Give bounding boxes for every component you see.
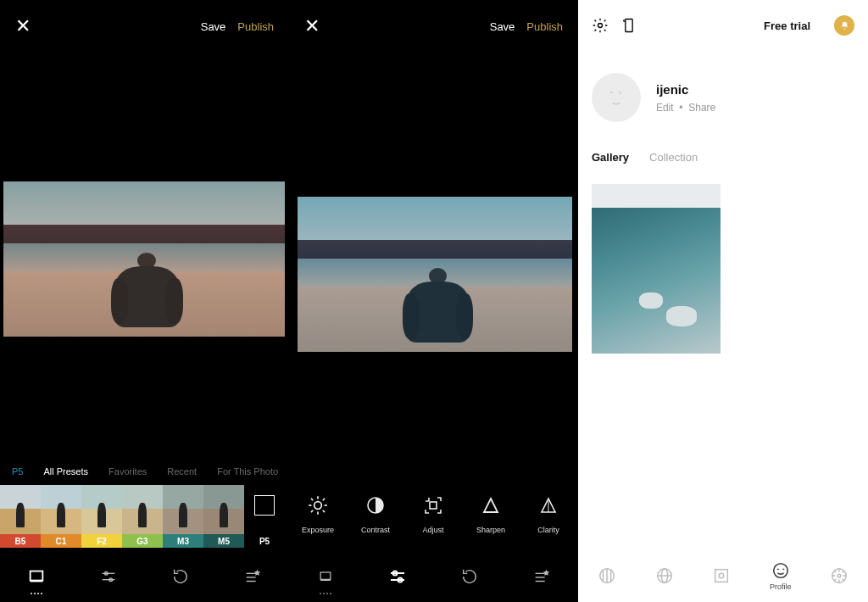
close-button[interactable]: ✕ — [15, 15, 31, 37]
adjust-label: Exposure — [302, 526, 334, 534]
edit-profile-link[interactable]: Edit — [656, 102, 674, 114]
preset-g3[interactable]: G3 — [122, 485, 163, 548]
close-button[interactable]: ✕ — [304, 15, 320, 37]
svg-line-48 — [834, 571, 836, 572]
svg-rect-19 — [430, 502, 437, 509]
svg-rect-21 — [320, 572, 331, 579]
share-profile-link[interactable]: Share — [688, 102, 715, 114]
username: ijenic — [656, 82, 715, 97]
adjust-label: Clarity — [537, 526, 559, 534]
avatar[interactable] — [592, 73, 641, 122]
preset-f2[interactable]: F2 — [81, 485, 122, 548]
profile-tabs: Gallery Collection — [578, 141, 868, 170]
svg-line-16 — [311, 510, 313, 512]
nav-profile-icon[interactable]: Profile — [770, 561, 792, 591]
save-button[interactable]: Save — [490, 20, 515, 33]
nav-feed-icon[interactable] — [598, 566, 616, 585]
svg-rect-39 — [715, 570, 728, 582]
save-button[interactable]: Save — [201, 20, 226, 33]
adjust-adjust[interactable]: Adjust — [404, 493, 462, 534]
clarity-icon — [537, 493, 560, 517]
nav-profile-label: Profile — [770, 582, 792, 591]
nav-sliders-icon[interactable] — [387, 566, 409, 588]
adjust-exposure[interactable]: Exposure — [289, 493, 347, 534]
settings-gear-icon[interactable] — [592, 17, 609, 34]
svg-point-9 — [314, 502, 322, 510]
exposure-icon — [306, 493, 330, 517]
editor-bottom-nav — [0, 551, 289, 602]
editor-bottom-nav — [289, 551, 578, 602]
nav-sliders-icon[interactable] — [97, 566, 120, 588]
notifications-bell-icon[interactable] — [834, 15, 854, 36]
preset-p5[interactable]: P5 — [244, 485, 285, 548]
svg-rect-31 — [626, 20, 632, 32]
preset-b5[interactable]: B5 — [0, 485, 41, 548]
adjust-icon — [421, 493, 445, 517]
gallery-grid — [578, 170, 868, 367]
tab-gallery[interactable]: Gallery — [592, 151, 629, 170]
publish-button[interactable]: Publish — [237, 20, 274, 33]
profile-header: ijenic Edit • Share — [578, 51, 868, 141]
photo-preview[interactable] — [298, 197, 572, 352]
preset-m3[interactable]: M3 — [163, 485, 203, 548]
sharpen-icon — [479, 493, 503, 517]
svg-line-51 — [843, 571, 844, 572]
user-actions: Edit • Share — [656, 102, 715, 114]
adjust-contrast[interactable]: Contrast — [347, 493, 404, 534]
adjust-sharpen[interactable]: Sharpen — [462, 493, 520, 534]
publish-button[interactable]: Publish — [526, 20, 563, 33]
free-trial-button[interactable]: Free trial — [764, 20, 810, 32]
nav-recipes-icon[interactable] — [531, 566, 553, 588]
nav-discover-icon[interactable] — [655, 566, 674, 585]
svg-line-49 — [843, 579, 844, 581]
nav-presets-icon[interactable] — [25, 566, 47, 588]
nav-presets-icon[interactable] — [314, 566, 337, 588]
tab-collection[interactable]: Collection — [649, 151, 698, 170]
svg-rect-0 — [30, 571, 42, 581]
tab-favorites[interactable]: Favorites — [108, 466, 147, 477]
adjust-label: Adjust — [422, 526, 443, 534]
svg-rect-22 — [320, 579, 331, 581]
adjust-label: Sharpen — [476, 526, 505, 534]
svg-line-17 — [323, 499, 325, 500]
nav-history-icon[interactable] — [170, 566, 192, 588]
tab-all-presets[interactable]: All Presets — [43, 466, 88, 477]
tab-for-this-photo[interactable]: For This Photo — [217, 466, 278, 477]
tab-recent[interactable]: Recent — [167, 466, 197, 477]
svg-line-14 — [311, 499, 313, 500]
svg-point-41 — [773, 563, 787, 577]
adjustment-tools: ExposureContrastAdjustSharpenClaritySatu… — [289, 480, 578, 548]
nav-members-icon[interactable] — [830, 566, 849, 585]
contrast-icon — [364, 493, 387, 517]
adjust-clarity[interactable]: Clarity — [520, 493, 577, 534]
active-preset-code: P5 — [12, 466, 23, 477]
svg-point-40 — [719, 573, 724, 578]
svg-point-30 — [598, 24, 603, 28]
nav-studio-icon[interactable] — [712, 566, 731, 585]
svg-line-50 — [834, 579, 836, 581]
preset-tabs: P5 All Presets Favorites Recent For This… — [0, 466, 289, 477]
adjust-label: Contrast — [361, 526, 390, 534]
svg-line-15 — [323, 510, 325, 512]
preset-strip[interactable]: B5C1F2G3M3M5P5 — [0, 485, 289, 548]
photo-preview[interactable] — [3, 181, 285, 337]
preset-c1[interactable]: C1 — [41, 485, 81, 548]
svg-rect-1 — [30, 581, 42, 582]
preset-m5[interactable]: M5 — [203, 485, 244, 548]
svg-point-43 — [837, 574, 841, 577]
add-to-home-icon[interactable] — [620, 17, 637, 34]
gallery-photo[interactable] — [592, 184, 721, 354]
app-bottom-nav: Profile — [578, 549, 868, 602]
nav-history-icon[interactable] — [459, 566, 481, 588]
nav-recipes-icon[interactable] — [242, 566, 264, 588]
